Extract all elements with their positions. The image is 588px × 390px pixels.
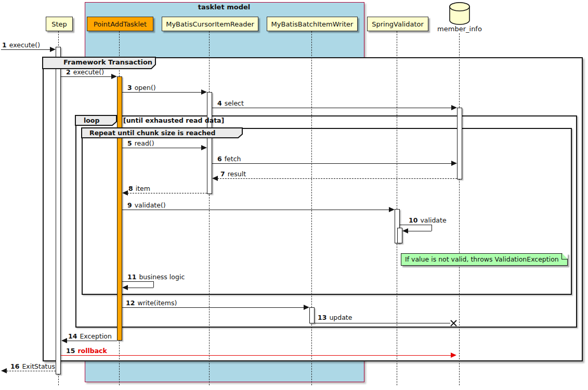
database-icon — [448, 1, 471, 26]
activation-writer — [309, 307, 315, 323]
transaction-tab-label: Framework Transaction — [63, 58, 152, 66]
message-4-arrow — [212, 108, 451, 108]
participant-pointaddtasklet: PointAddTasklet — [87, 17, 153, 31]
message-8-arrowhead — [122, 190, 128, 196]
message-14-arrowhead — [61, 338, 67, 343]
validation-note-text: If value is not valid, throws Validation… — [405, 255, 559, 263]
message-6-arrow — [212, 163, 451, 164]
participant-member-info: member_info — [434, 25, 486, 33]
message-11-arrow-out — [122, 281, 153, 282]
message-10-arrow-out — [400, 225, 432, 225]
message-12-arrowhead — [304, 305, 309, 310]
message-14-label: 14Exception — [68, 333, 112, 340]
message-16-label: 16ExitStatus — [10, 363, 55, 370]
activation-validator-nested — [397, 228, 402, 243]
message-6-label: 6fetch — [217, 155, 241, 163]
message-3-label: 3open() — [127, 84, 156, 92]
message-4-label: 4select — [217, 100, 244, 107]
message-10-label: 10validate — [409, 217, 447, 224]
message-9-label: 9validate() — [127, 202, 166, 209]
repeat-tab-label: Repeat until chunk size is reached — [89, 129, 215, 137]
message-10-arrow-back — [408, 231, 432, 231]
message-11-label: 11business logic — [127, 274, 185, 281]
participant-validator: SpringValidator — [367, 17, 428, 31]
message-8-arrow — [127, 193, 207, 193]
message-12-arrow — [122, 307, 304, 308]
activation-step — [56, 47, 61, 374]
loop-tab-label: loop — [84, 116, 99, 124]
message-4-arrowhead — [451, 105, 457, 110]
participant-step: Step — [46, 17, 73, 31]
message-11-arrow-down — [153, 281, 154, 288]
sequence-diagram: tasklet model Framework Transaction loop… — [0, 0, 588, 390]
message-9-arrow — [122, 210, 389, 210]
message-1-arrowhead — [50, 47, 56, 52]
message-7-arrow — [217, 178, 457, 179]
message-1-label: 1execute() — [2, 42, 40, 49]
activation-member-info — [457, 108, 462, 179]
message-3-arrow — [122, 92, 201, 93]
activation-reader — [207, 92, 212, 194]
message-6-arrowhead — [451, 161, 457, 166]
message-5-arrowhead — [201, 145, 207, 150]
message-3-arrowhead — [201, 89, 207, 95]
message-16-arrowhead — [1, 368, 7, 373]
message-13-label: 13update — [318, 314, 352, 321]
message-11-arrowhead — [122, 285, 128, 290]
loop-guard: [until exhausted read data] — [123, 116, 224, 124]
message-1-arrow — [1, 49, 51, 50]
message-2-arrow — [61, 76, 111, 77]
message-13-arrow — [315, 323, 450, 323]
tasklet-model-title: tasklet model — [85, 3, 363, 11]
message-8-label: 8item — [128, 185, 150, 192]
message-2-arrowhead — [111, 74, 117, 79]
activation-pointaddtasklet — [117, 76, 122, 341]
message-14-arrow — [67, 341, 117, 341]
message-15-label: 15rollback — [66, 347, 107, 355]
message-5-arrow — [122, 148, 201, 148]
message-15-arrow — [61, 355, 451, 356]
note-fold-icon — [562, 253, 568, 259]
repeat-frame — [82, 128, 572, 295]
participant-writer: MyBatisBatchItemWriter — [267, 17, 358, 31]
message-2-label: 2execute() — [66, 69, 104, 76]
message-7-label: 7result — [220, 171, 246, 178]
message-7-arrowhead — [212, 176, 218, 181]
message-16-arrow — [7, 371, 56, 371]
message-11-arrow-back — [128, 288, 153, 288]
message-9-arrowhead — [389, 207, 395, 212]
message-5-label: 5read() — [127, 140, 154, 147]
validation-note: If value is not valid, throws Validation… — [401, 253, 568, 266]
message-15-arrowhead — [451, 353, 456, 358]
destroy-x-icon — [450, 319, 458, 327]
participant-reader: MyBatisCursorItemReader — [162, 17, 258, 31]
message-10-arrowhead — [402, 228, 408, 233]
message-12-label: 12write(items) — [126, 300, 177, 307]
message-10-arrow-down — [432, 225, 432, 231]
